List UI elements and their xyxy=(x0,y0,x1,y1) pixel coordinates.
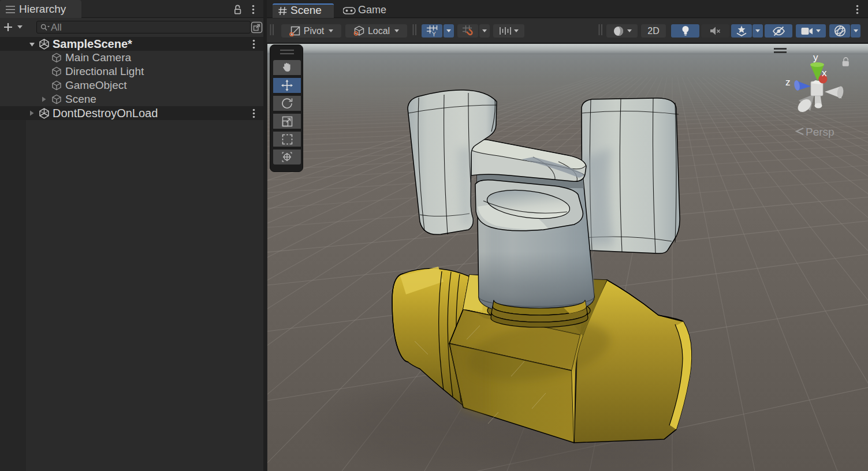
svg-text:Y: Y xyxy=(432,31,436,37)
svg-text:y: y xyxy=(813,52,818,63)
svg-text:z: z xyxy=(785,77,791,88)
svg-text:Persp: Persp xyxy=(806,126,835,138)
svg-text:x: x xyxy=(822,68,827,78)
